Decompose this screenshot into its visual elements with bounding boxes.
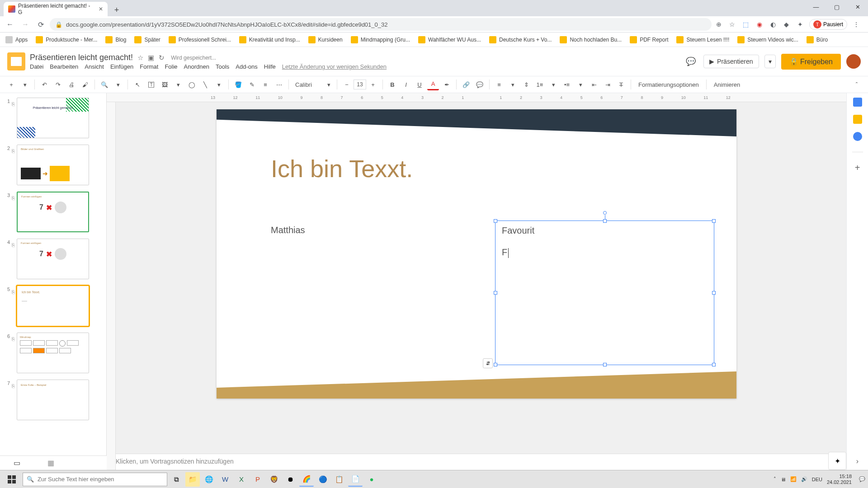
select-tool[interactable]: ↖ — [132, 79, 143, 90]
excel-icon[interactable]: X — [234, 472, 249, 487]
back-button[interactable]: ← — [4, 18, 16, 31]
selected-textbox[interactable]: Favourit F ⇵ — [495, 221, 714, 365]
bookmark-item[interactable]: Noch hochladen Bu... — [560, 36, 622, 43]
menu-arrange[interactable]: Anordnen — [184, 63, 209, 70]
bookmark-item[interactable]: Deutsche Kurs + Vo... — [489, 36, 552, 43]
canvas-area[interactable]: 13121110987654321123456789101112 Ich bin… — [107, 93, 846, 470]
menu-insert[interactable]: Einfügen — [110, 63, 133, 70]
font-size-increase[interactable]: + — [367, 79, 379, 90]
bullet-list[interactable]: •≡ — [561, 79, 573, 90]
format-options-button[interactable]: Formatierungsoptionen — [635, 81, 703, 88]
bookmark-item[interactable]: Kursideen — [308, 36, 343, 43]
resize-handle-ne[interactable] — [712, 219, 716, 223]
present-dropdown[interactable]: ▾ — [764, 55, 776, 68]
textbox-line1[interactable]: Favourit — [502, 225, 534, 236]
bookmark-item[interactable]: Wahlfächer WU Aus... — [418, 36, 481, 43]
shape-tool[interactable]: ◯ — [186, 79, 198, 90]
border-dash[interactable]: ⋯ — [273, 79, 285, 90]
tray-expand-icon[interactable]: ˄ — [774, 476, 776, 482]
print-button[interactable]: 🖨 — [66, 79, 77, 90]
tray-clock[interactable]: 15:18 24.02.2021 — [827, 474, 854, 485]
new-slide-dropdown[interactable]: ▾ — [19, 79, 31, 90]
font-family-select[interactable]: Calibri▾ — [292, 80, 333, 89]
line-dropdown[interactable]: ▾ — [213, 79, 225, 90]
edge2-icon[interactable]: 🔵 — [316, 472, 330, 487]
ext2-icon[interactable]: ◉ — [755, 20, 764, 29]
comments-icon[interactable]: 💬 — [684, 54, 698, 69]
bookmark-item[interactable]: PDF Report — [630, 36, 668, 43]
resize-handle-se[interactable] — [712, 363, 716, 366]
reload-button[interactable]: ⟳ — [34, 18, 47, 31]
brave-icon[interactable]: 🦁 — [267, 472, 281, 487]
filmstrip-view-icon[interactable]: ▭ — [14, 459, 20, 467]
animate-button[interactable]: Animieren — [710, 81, 744, 88]
explore-button[interactable]: ✦ — [828, 452, 846, 470]
zoom-icon[interactable]: ⊕ — [714, 20, 723, 29]
slide-canvas[interactable]: Ich bin Texxt. Matthias Favourit F ⇵ — [217, 109, 736, 399]
bookmark-item[interactable]: Mindmapping (Gru... — [351, 36, 410, 43]
slide-thumb-1[interactable]: Präsentieren leicht gemacht! — [17, 98, 89, 138]
slide-thumb-5[interactable]: Ich bin Texxt. —— — [17, 286, 89, 326]
ext4-icon[interactable]: ◆ — [782, 20, 791, 29]
comment-button[interactable]: 💬 — [474, 79, 486, 90]
app-icon[interactable]: 📋 — [332, 472, 346, 487]
line-tool[interactable]: ╲ — [199, 79, 211, 90]
star-icon[interactable]: ☆ — [728, 20, 737, 29]
link-button[interactable]: 🔗 — [460, 79, 472, 90]
add-addon-icon[interactable]: + — [853, 163, 862, 172]
resize-handle-n[interactable] — [603, 219, 607, 223]
list-dropdown[interactable]: ▾ — [547, 79, 559, 90]
highlight-color[interactable]: ✒ — [441, 79, 453, 90]
taskbar-search[interactable]: 🔍 Zur Suche Text hier eingeben — [23, 473, 167, 486]
tray-lang[interactable]: DEU — [812, 477, 822, 482]
chrome-icon[interactable]: 🌈 — [299, 472, 314, 487]
menu-tools[interactable]: Tools — [216, 63, 229, 70]
address-bar[interactable]: 🔒 docs.google.com/presentation/d/1yV372S… — [50, 18, 712, 31]
menu-edit[interactable]: Bearbeiten — [50, 63, 78, 70]
powerpoint-icon[interactable]: P — [250, 472, 265, 487]
bold-button[interactable]: B — [387, 79, 398, 90]
bookmark-item[interactable]: Steuern Lesen !!!! — [676, 36, 729, 43]
edge-icon[interactable]: 🌐 — [202, 472, 216, 487]
line-spacing[interactable]: ⇕ — [520, 79, 532, 90]
slide-thumb-2[interactable]: Bilder und Grafiken ➜ — [17, 145, 89, 185]
align-button[interactable]: ≡ — [493, 79, 505, 90]
tray-wifi-icon[interactable]: 📶 — [790, 476, 797, 482]
slides-logo[interactable] — [7, 52, 25, 70]
slide-panel[interactable]: 1 ⎘ Präsentieren leicht gemacht! 2 ⎘ Bil… — [0, 93, 107, 470]
bookmark-item[interactable]: Kreativität und Insp... — [239, 36, 300, 43]
doc-title[interactable]: Präsentieren leicht gemacht! — [30, 53, 133, 62]
ext1-icon[interactable]: ⬚ — [741, 20, 750, 29]
window-close[interactable]: ✕ — [847, 0, 868, 14]
tasks-icon[interactable] — [853, 132, 862, 141]
zoom-button[interactable]: 🔍 — [99, 79, 110, 90]
speaker-notes[interactable]: Klicken, um Vortragsnotizen hinzuzufügen — [107, 454, 846, 470]
indent-increase[interactable]: ⇥ — [602, 79, 613, 90]
slide-thumb-4[interactable]: Formen einfügen 7 ✖ — [17, 239, 89, 279]
bookmark-item[interactable]: Professionell Schrei... — [169, 36, 231, 43]
image-tool[interactable]: 🖼 — [159, 79, 170, 90]
image-dropdown[interactable]: ▾ — [172, 79, 184, 90]
window-minimize[interactable]: — — [806, 0, 826, 14]
extensions-icon[interactable]: ✦ — [796, 20, 805, 29]
window-maximize[interactable]: ▢ — [826, 0, 847, 14]
bullet-dropdown[interactable]: ▾ — [575, 79, 586, 90]
resize-handle-s[interactable] — [603, 363, 607, 366]
slide-title-text[interactable]: Ich bin Texxt. — [271, 155, 413, 183]
zoom-dropdown[interactable]: ▾ — [112, 79, 124, 90]
start-button[interactable] — [3, 470, 21, 488]
resize-handle-sw[interactable] — [494, 363, 497, 366]
bookmark-item[interactable]: Büro — [807, 36, 828, 43]
word-icon[interactable]: W — [218, 472, 232, 487]
grid-view-icon[interactable]: ▦ — [47, 459, 54, 467]
resize-handle-w[interactable] — [494, 291, 497, 295]
numbered-list[interactable]: 1≡ — [534, 79, 546, 90]
slide-body-left[interactable]: Matthias — [271, 225, 305, 235]
clear-format[interactable]: T̶ — [615, 79, 627, 90]
resize-handle-nw[interactable] — [494, 219, 497, 223]
textbox-line2[interactable]: F — [502, 247, 509, 258]
menu-view[interactable]: Ansicht — [85, 63, 104, 70]
tray-volume-icon[interactable]: 🔊 — [801, 476, 807, 482]
undo-button[interactable]: ↶ — [38, 79, 50, 90]
paint-format-button[interactable]: 🖌 — [79, 79, 91, 90]
